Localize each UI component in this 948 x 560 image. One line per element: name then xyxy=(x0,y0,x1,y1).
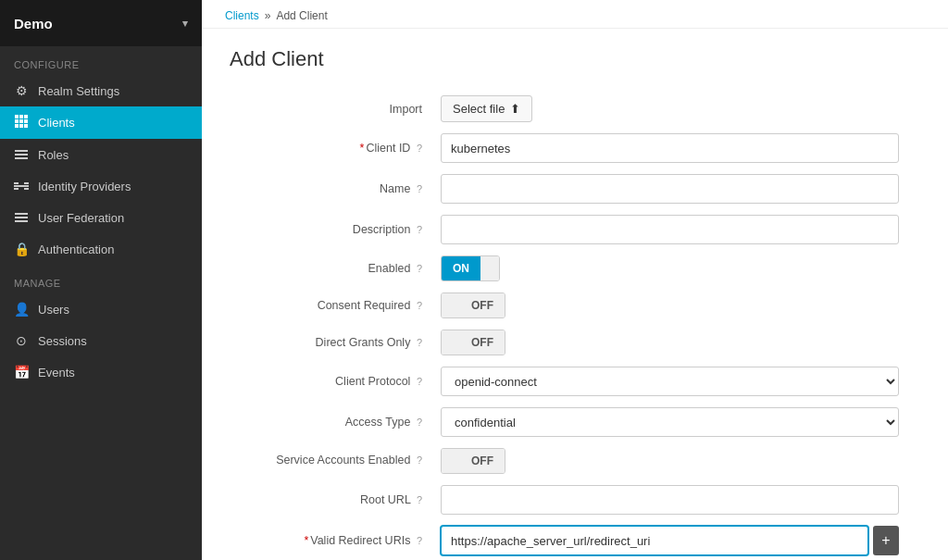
valid-redirect-uri-input[interactable] xyxy=(441,526,868,555)
realm-name: Demo xyxy=(14,16,53,31)
users-icon: 👤 xyxy=(14,302,29,317)
breadcrumb-separator: » xyxy=(265,9,271,22)
client-protocol-label: Client Protocol ? xyxy=(230,361,433,402)
consent-required-label: Consent Required ? xyxy=(230,287,433,324)
description-input[interactable] xyxy=(441,215,899,244)
client-id-label: *Client ID ? xyxy=(230,128,433,168)
svg-rect-1 xyxy=(19,115,23,118)
import-label: Import xyxy=(230,90,433,128)
sidebar-item-label: User Federation xyxy=(38,211,124,225)
consent-required-toggle[interactable]: OFF xyxy=(441,292,505,318)
select-file-button[interactable]: Select file ⬆ xyxy=(441,95,532,122)
manage-section-label: Manage xyxy=(0,265,202,293)
sidebar-item-authentication[interactable]: 🔒 Authentication xyxy=(0,233,202,265)
user-federation-icon xyxy=(14,210,29,225)
name-help-icon[interactable]: ? xyxy=(417,183,422,194)
sidebar-item-clients[interactable]: Clients xyxy=(0,106,202,139)
enabled-toggle[interactable]: ON xyxy=(441,255,500,281)
sidebar-item-realm-settings[interactable]: ⚙ Realm Settings xyxy=(0,75,202,106)
svg-rect-14 xyxy=(24,182,29,184)
svg-rect-7 xyxy=(19,124,23,128)
root-url-label: Root URL ? xyxy=(230,479,433,520)
main-content: Clients » Add Client Add Client Import S… xyxy=(202,0,948,560)
svg-rect-12 xyxy=(14,185,29,187)
breadcrumb-parent[interactable]: Clients xyxy=(225,9,259,22)
configure-section-label: Configure xyxy=(0,46,202,75)
svg-rect-19 xyxy=(15,220,28,222)
svg-rect-15 xyxy=(14,188,19,190)
identity-providers-icon xyxy=(14,179,29,193)
client-id-input[interactable] xyxy=(441,133,899,163)
authentication-icon: 🔒 xyxy=(14,242,29,256)
svg-rect-0 xyxy=(15,115,19,118)
svg-rect-9 xyxy=(15,150,28,152)
page-title: Add Client xyxy=(230,47,920,71)
client-protocol-select[interactable]: openid-connect saml xyxy=(441,367,899,396)
sidebar-item-label: Events xyxy=(38,366,75,380)
direct-grants-row: Direct Grants Only ? OFF xyxy=(230,324,920,361)
direct-grants-toggle-off-label[interactable]: OFF xyxy=(460,330,505,355)
svg-rect-3 xyxy=(15,119,19,123)
access-type-row: Access Type ? confidential public bearer… xyxy=(230,402,920,442)
service-accounts-toggle-off-label[interactable]: OFF xyxy=(460,449,505,473)
root-url-help-icon[interactable]: ? xyxy=(417,494,422,505)
add-client-form: Import Select file ⬆ *Client ID ? xyxy=(230,90,920,560)
svg-rect-2 xyxy=(24,115,28,118)
toggle-on-button[interactable]: ON xyxy=(442,256,480,280)
add-uri-button[interactable]: + xyxy=(873,526,899,555)
svg-rect-4 xyxy=(19,119,23,123)
description-row: Description ? xyxy=(230,209,920,250)
client-id-help-icon[interactable]: ? xyxy=(417,143,422,154)
consent-toggle-off-label[interactable]: OFF xyxy=(460,293,505,317)
enabled-label: Enabled ? xyxy=(230,250,433,287)
breadcrumb: Clients » Add Client xyxy=(202,0,948,29)
breadcrumb-current: Add Client xyxy=(276,9,327,22)
client-id-row: *Client ID ? xyxy=(230,128,920,168)
direct-grants-label: Direct Grants Only ? xyxy=(230,324,433,361)
description-label: Description ? xyxy=(230,209,433,250)
direct-grants-help-icon[interactable]: ? xyxy=(417,337,422,348)
access-type-select[interactable]: confidential public bearer-only xyxy=(441,407,899,437)
chevron-down-icon: ▾ xyxy=(182,18,188,30)
valid-redirect-uris-row: *Valid Redirect URIs ? + xyxy=(230,520,920,560)
consent-help-icon[interactable]: ? xyxy=(417,300,422,311)
sidebar-item-label: Authentication xyxy=(38,243,114,256)
svg-rect-11 xyxy=(15,157,28,159)
svg-rect-18 xyxy=(15,217,28,218)
sessions-icon: ⊙ xyxy=(14,333,29,348)
access-type-label: Access Type ? xyxy=(230,402,433,442)
sidebar-item-users[interactable]: 👤 Users xyxy=(0,293,202,325)
description-help-icon[interactable]: ? xyxy=(417,224,422,235)
sidebar-item-identity-providers[interactable]: Identity Providers xyxy=(0,170,202,202)
client-protocol-help-icon[interactable]: ? xyxy=(417,376,422,387)
name-row: Name ? xyxy=(230,168,920,209)
sidebar-item-roles[interactable]: Roles xyxy=(0,139,202,170)
access-type-help-icon[interactable]: ? xyxy=(417,417,422,428)
svg-rect-10 xyxy=(15,154,28,156)
realm-selector[interactable]: Demo ▾ xyxy=(0,0,202,46)
enabled-row: Enabled ? ON xyxy=(230,250,920,287)
client-protocol-row: Client Protocol ? openid-connect saml xyxy=(230,361,920,402)
redirect-uris-help-icon[interactable]: ? xyxy=(417,535,422,546)
uri-input-container: + xyxy=(441,526,899,555)
service-accounts-help-icon[interactable]: ? xyxy=(417,454,422,466)
enabled-help-icon[interactable]: ? xyxy=(417,263,422,274)
sidebar: Demo ▾ Configure ⚙ Realm Settings Client… xyxy=(0,0,202,560)
root-url-input[interactable] xyxy=(441,485,899,515)
events-icon: 📅 xyxy=(14,365,29,380)
page-content: Add Client Import Select file ⬆ * xyxy=(202,29,948,560)
sidebar-item-user-federation[interactable]: User Federation xyxy=(0,202,202,233)
consent-toggle-left[interactable] xyxy=(442,293,460,317)
svg-rect-5 xyxy=(24,119,28,123)
valid-redirect-uris-label: *Valid Redirect URIs ? xyxy=(230,520,433,560)
sidebar-item-label: Identity Providers xyxy=(38,180,131,193)
direct-grants-toggle[interactable]: OFF xyxy=(441,330,505,355)
direct-grants-toggle-left[interactable] xyxy=(442,330,460,355)
service-accounts-toggle-left[interactable] xyxy=(442,449,460,473)
toggle-off-button[interactable] xyxy=(480,256,499,280)
sidebar-item-events[interactable]: 📅 Events xyxy=(0,356,202,388)
sidebar-item-sessions[interactable]: ⊙ Sessions xyxy=(0,325,202,356)
service-accounts-toggle[interactable]: OFF xyxy=(441,448,505,474)
service-accounts-row: Service Accounts Enabled ? OFF xyxy=(230,442,920,479)
name-input[interactable] xyxy=(441,174,899,204)
